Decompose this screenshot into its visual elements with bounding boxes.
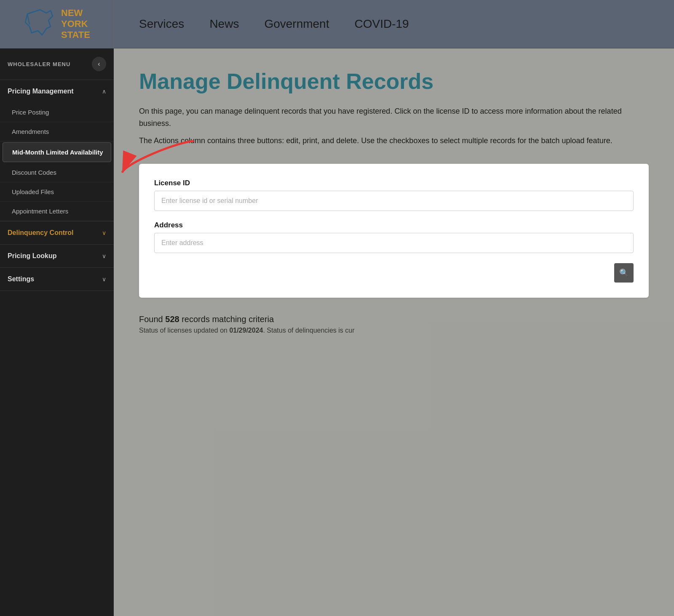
search-form: License ID Address 🔍 xyxy=(139,164,649,298)
sidebar-item-amendments[interactable]: Amendments xyxy=(0,122,114,141)
sidebar-item-uploaded-files[interactable]: Uploaded Files xyxy=(0,182,114,202)
pricing-management-chevron: ∧ xyxy=(102,88,106,95)
top-navigation: NEW YORK STATE Services News Government … xyxy=(0,0,674,48)
status-date: 01/29/2024 xyxy=(229,327,263,334)
found-prefix: Found xyxy=(139,315,165,324)
license-id-label: License ID xyxy=(154,179,634,187)
address-group: Address xyxy=(154,221,634,253)
delinquency-chevron: ∨ xyxy=(102,229,106,236)
nav-news[interactable]: News xyxy=(209,17,239,31)
address-label: Address xyxy=(154,221,634,229)
search-btn-row: 🔍 xyxy=(154,263,634,283)
results-status: Status of licenses updated on 01/29/2024… xyxy=(139,327,649,334)
pricing-management-header[interactable]: Pricing Management ∧ xyxy=(0,80,114,103)
settings-chevron: ∨ xyxy=(102,276,106,283)
logo-new: NEW xyxy=(61,8,83,19)
page-description-2: The Actions column contains three button… xyxy=(139,135,649,147)
nys-logo: NEW YORK STATE xyxy=(23,5,90,43)
results-count: 528 xyxy=(165,315,179,324)
sidebar-item-price-posting[interactable]: Price Posting xyxy=(0,103,114,122)
main-layout: WHOLESALER MENU ‹ Pricing Management ∧ P… xyxy=(0,48,674,616)
settings-title: Settings xyxy=(8,275,34,283)
delinquency-control-header[interactable]: Delinquency Control ∨ xyxy=(0,221,114,244)
license-id-input[interactable] xyxy=(154,191,634,211)
sidebar-collapse-button[interactable]: ‹ xyxy=(92,57,106,71)
address-input[interactable] xyxy=(154,233,634,253)
sidebar: WHOLESALER MENU ‹ Pricing Management ∧ P… xyxy=(0,48,114,616)
nys-logo-text: NEW YORK STATE xyxy=(61,8,90,40)
sidebar-section-pricing-management: Pricing Management ∧ Price Posting Amend… xyxy=(0,80,114,221)
pricing-lookup-header[interactable]: Pricing Lookup ∨ xyxy=(0,245,114,267)
content-inner: Manage Delinquent Records On this page, … xyxy=(139,69,649,334)
pricing-lookup-title: Pricing Lookup xyxy=(8,252,56,260)
license-id-group: License ID xyxy=(154,179,634,211)
nav-services[interactable]: Services xyxy=(139,17,184,31)
page-description-1: On this page, you can manage delinquent … xyxy=(139,105,649,130)
search-icon: 🔍 xyxy=(619,268,629,277)
status-suffix: . Status of delinquencies is cur xyxy=(263,327,354,334)
page-title: Manage Delinquent Records xyxy=(139,69,649,93)
results-summary: Found 528 records matching criteria xyxy=(139,315,649,324)
red-arrow-icon xyxy=(114,137,198,179)
sidebar-section-pricing-lookup: Pricing Lookup ∨ xyxy=(0,245,114,268)
sidebar-section-settings: Settings ∨ xyxy=(0,268,114,291)
nav-links: Services News Government COVID-19 xyxy=(114,17,674,31)
sidebar-item-appointment-letters[interactable]: Appointment Letters xyxy=(0,202,114,221)
nav-government[interactable]: Government xyxy=(264,17,329,31)
pricing-management-title: Pricing Management xyxy=(8,88,73,95)
found-suffix: records matching criteria xyxy=(179,315,274,324)
pricing-lookup-chevron: ∨ xyxy=(102,253,106,259)
sidebar-item-mid-month[interactable]: Mid-Month Limited Availability xyxy=(3,142,111,162)
settings-header[interactable]: Settings ∨ xyxy=(0,268,114,291)
sidebar-item-discount-codes[interactable]: Discount Codes xyxy=(0,163,114,182)
logo-state: STATE xyxy=(61,29,90,40)
sidebar-section-delinquency: Delinquency Control ∨ xyxy=(0,221,114,245)
content-area: Manage Delinquent Records On this page, … xyxy=(114,48,674,616)
search-button[interactable]: 🔍 xyxy=(614,263,634,283)
results-area: Found 528 records matching criteria Stat… xyxy=(139,315,649,334)
sidebar-menu-title: WHOLESALER MENU xyxy=(8,61,70,67)
delinquency-control-title: Delinquency Control xyxy=(8,229,73,237)
nys-map-icon xyxy=(23,5,57,43)
sidebar-header: WHOLESALER MENU ‹ xyxy=(0,48,114,80)
nav-covid[interactable]: COVID-19 xyxy=(354,17,409,31)
status-prefix: Status of licenses updated on xyxy=(139,327,229,334)
logo-area: NEW YORK STATE xyxy=(0,0,114,48)
logo-york: YORK xyxy=(61,19,88,29)
